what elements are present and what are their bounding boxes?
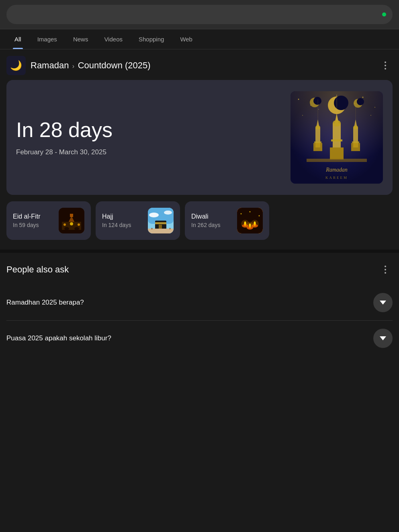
svg-point-42: [63, 223, 66, 226]
svg-point-19: [333, 120, 341, 127]
countdown-card: In 28 days February 28 - March 30, 2025: [6, 80, 393, 195]
knowledge-icon: 🌙: [6, 56, 26, 75]
eid-name: Eid al-Fitr: [13, 213, 54, 220]
diwali-name: Diwali: [191, 213, 232, 220]
holiday-card-diwali[interactable]: Diwali In 262 days: [185, 201, 269, 240]
dot-2: [385, 65, 386, 66]
main-content: 🌙 Ramadan › Countdown (2025) In 28 days …: [0, 49, 399, 240]
paa-item-2[interactable]: Puasa 2025 apakah sekolah libur?: [6, 321, 393, 356]
tab-web[interactable]: Web: [172, 29, 201, 49]
svg-point-46: [74, 227, 79, 230]
countdown-image: Ramadan KAREEM: [291, 91, 383, 184]
paa-dot-3: [385, 272, 386, 274]
svg-rect-31: [351, 143, 360, 151]
paa-question-2: Puasa 2025 apakah sekolah libur?: [6, 334, 373, 342]
diwali-image: [237, 208, 263, 233]
tab-all[interactable]: All: [6, 29, 29, 49]
eid-info: Eid al-Fitr In 59 days: [13, 213, 54, 228]
svg-text:Ramadan: Ramadan: [325, 167, 348, 173]
knowledge-title: Ramadan: [31, 60, 69, 70]
countdown-days: In 28 days: [16, 119, 291, 141]
svg-point-69: [246, 222, 254, 230]
eid-svg: [59, 208, 84, 233]
svg-point-2: [298, 99, 299, 100]
diwali-svg: [237, 208, 263, 233]
svg-point-16: [357, 98, 364, 105]
svg-point-45: [64, 227, 69, 230]
paa-item-1[interactable]: Ramadhan 2025 berapa?: [6, 285, 393, 321]
svg-point-5: [374, 107, 375, 108]
hajj-days: In 124 days: [102, 222, 143, 228]
search-bar[interactable]: [6, 5, 393, 24]
svg-point-44: [78, 223, 80, 226]
svg-rect-25: [314, 141, 321, 143]
paa-section: People also ask Ramadhan 2025 berapa? Pu…: [6, 253, 393, 366]
svg-text:KAREEM: KAREEM: [325, 176, 348, 180]
paa-expand-2[interactable]: [373, 329, 393, 348]
chevron-down-icon-2: [380, 336, 386, 340]
svg-rect-52: [155, 222, 166, 224]
knowledge-header-left: 🌙 Ramadan › Countdown (2025): [6, 56, 151, 75]
tab-shopping[interactable]: Shopping: [131, 29, 172, 49]
paa-title: People also ask: [6, 264, 69, 275]
svg-point-7: [370, 115, 371, 116]
tab-images[interactable]: Images: [29, 29, 65, 49]
more-options-button[interactable]: [378, 58, 393, 73]
knowledge-header: 🌙 Ramadan › Countdown (2025): [6, 49, 393, 80]
svg-point-70: [241, 213, 242, 215]
svg-rect-20: [331, 139, 342, 141]
status-dot: [382, 12, 386, 16]
svg-point-4: [362, 97, 364, 98]
svg-point-49: [149, 213, 159, 217]
paa-dot-1: [385, 266, 386, 267]
holiday-card-eid[interactable]: Eid al-Fitr In 59 days: [6, 201, 91, 240]
paa-expand-1[interactable]: [373, 293, 393, 312]
svg-point-43: [70, 222, 73, 225]
svg-rect-32: [307, 159, 367, 162]
svg-point-72: [250, 211, 251, 213]
svg-rect-26: [313, 143, 322, 151]
tab-videos[interactable]: Videos: [96, 29, 131, 49]
hajj-svg: [148, 208, 174, 233]
dot-3: [385, 68, 386, 70]
svg-rect-30: [352, 141, 359, 143]
svg-point-24: [315, 125, 320, 129]
knowledge-subtitle: Countdown (2025): [78, 60, 151, 70]
svg-rect-21: [330, 147, 344, 160]
knowledge-title-area: Ramadan › Countdown (2025): [31, 60, 151, 71]
diwali-days: In 262 days: [191, 222, 232, 228]
section-separator: [0, 250, 399, 253]
eid-image: [59, 208, 84, 233]
search-bar-area: [0, 0, 399, 29]
moon-icon: 🌙: [10, 60, 22, 71]
countdown-dates: February 28 - March 30, 2025: [16, 148, 291, 156]
breadcrumb-separator: ›: [72, 63, 74, 70]
svg-rect-41: [70, 214, 73, 217]
paa-dot-2: [385, 269, 386, 270]
hajj-image: [148, 208, 174, 233]
svg-point-71: [259, 215, 260, 217]
chevron-down-icon-1: [380, 301, 386, 305]
countdown-info: In 28 days February 28 - March 30, 2025: [16, 119, 291, 156]
svg-point-50: [164, 211, 172, 215]
svg-point-6: [302, 115, 303, 116]
diwali-info: Diwali In 262 days: [191, 213, 232, 228]
tab-news[interactable]: News: [65, 29, 96, 49]
dot-1: [385, 61, 386, 63]
paa-content: People also ask Ramadhan 2025 berapa? Pu…: [0, 253, 399, 366]
hajj-name: Hajj: [102, 213, 143, 220]
paa-more-options-button[interactable]: [378, 262, 393, 277]
holidays-row: Eid al-Fitr In 59 days: [6, 201, 393, 240]
hajj-info: Hajj In 124 days: [102, 213, 143, 228]
paa-header: People also ask: [6, 262, 393, 277]
svg-point-56: [169, 228, 171, 229]
svg-point-10: [318, 109, 319, 110]
ramadan-svg: Ramadan KAREEM: [291, 91, 383, 184]
search-tabs: All Images News Videos Shopping Web: [0, 29, 399, 49]
svg-point-29: [353, 125, 358, 129]
holiday-card-hajj[interactable]: Hajj In 124 days: [96, 201, 180, 240]
svg-point-55: [151, 228, 153, 229]
eid-days: In 59 days: [13, 222, 54, 228]
svg-rect-18: [333, 123, 341, 147]
svg-point-14: [313, 97, 321, 105]
